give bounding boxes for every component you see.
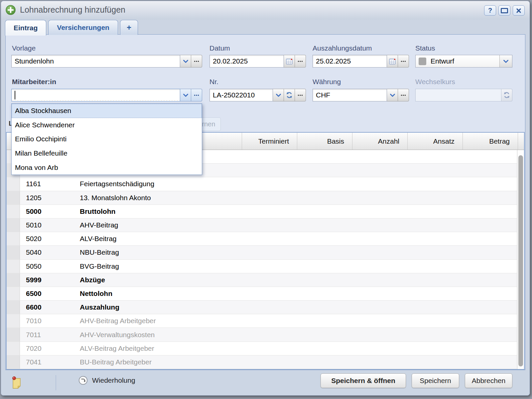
- header-anzahl[interactable]: Anzahl: [352, 133, 407, 150]
- table-row[interactable]: 120513. Monatslohn Akonto: [7, 191, 517, 205]
- auszahlungsdatum-calendar-button[interactable]: [387, 55, 398, 67]
- datum-calendar-button[interactable]: [284, 55, 295, 67]
- vorlage-label: Vorlage: [12, 44, 36, 52]
- row-description: 7020ALV-Beitrag Arbeitgeber: [20, 342, 517, 355]
- row-description: 5050BVG-Beitrag: [20, 260, 517, 273]
- table-row[interactable]: 1161Feiertagsentschädigung: [7, 177, 517, 191]
- maximize-icon: [501, 8, 508, 13]
- vorlage-combobox: Stundenlohn: [11, 55, 202, 67]
- table-row[interactable]: 5010AHV-Beitrag: [7, 218, 517, 232]
- auszahlungsdatum-field: 25.02.2025: [313, 55, 409, 67]
- datum-field: 20.02.2025: [209, 55, 306, 67]
- row-gutter: [7, 287, 20, 300]
- wechselkurs-label: Wechselkurs: [415, 78, 455, 86]
- table-row[interactable]: 5020ALV-Beitrag: [7, 232, 517, 246]
- status-select[interactable]: Entwurf: [415, 55, 512, 67]
- nr-label: Nr.: [209, 78, 218, 86]
- table-row[interactable]: 7010AHV-Beitrag Arbeitgeber: [7, 314, 517, 328]
- mitarbeiter-dropdown-button[interactable]: [180, 89, 191, 101]
- waehrung-label: Währung: [313, 78, 341, 86]
- save-button[interactable]: Speichern: [412, 373, 459, 388]
- header-basis[interactable]: Basis: [297, 133, 352, 150]
- waehrung-dropdown-button[interactable]: [387, 89, 398, 101]
- datum-input[interactable]: 20.02.2025: [209, 55, 284, 67]
- wiederholung-label[interactable]: Wiederholung: [92, 376, 135, 384]
- wechselkurs-field: [415, 89, 512, 101]
- mitarbeiter-more-button[interactable]: [191, 89, 202, 101]
- table-row[interactable]: 6500Nettolohn: [7, 287, 517, 301]
- row-gutter: [7, 328, 20, 341]
- vorlage-dropdown-button[interactable]: [180, 55, 191, 67]
- table-row[interactable]: 7041BU-Beitrag Arbeitgeber: [7, 355, 517, 369]
- ellipsis-icon: [298, 61, 303, 62]
- row-description: 5040NBU-Beitrag: [20, 246, 517, 259]
- entry-panel: Vorlage Datum Auszahlungsdatum Status St…: [5, 34, 525, 370]
- auszahlungsdatum-more-button[interactable]: [398, 55, 409, 67]
- chevron-down-icon: [183, 60, 189, 63]
- tab-eintrag[interactable]: Eintrag: [5, 20, 46, 36]
- waehrung-input[interactable]: CHF: [313, 89, 387, 101]
- dropdown-option[interactable]: Alice Schwendener: [12, 118, 202, 132]
- auszahlungsdatum-input[interactable]: 25.02.2025: [313, 55, 387, 67]
- row-description: 7041BU-Beitrag Arbeitgeber: [20, 355, 517, 369]
- nr-more-button[interactable]: [295, 89, 306, 101]
- table-row[interactable]: 5050BVG-Beitrag: [7, 260, 517, 273]
- table-row[interactable]: 5999Abzüge: [7, 273, 517, 287]
- save-and-open-button[interactable]: Speichern & öffnen: [321, 373, 406, 388]
- status-label: Status: [415, 44, 435, 52]
- table-row[interactable]: 7020ALV-Beitrag Arbeitgeber: [7, 342, 517, 355]
- datum-more-button[interactable]: [295, 55, 306, 67]
- tab-versicherungen[interactable]: Versicherungen: [48, 20, 118, 35]
- close-button[interactable]: [513, 5, 525, 16]
- refresh-icon: [503, 91, 510, 99]
- dropdown-option[interactable]: Milan Bellefeuille: [12, 146, 202, 161]
- maximize-button[interactable]: [498, 5, 510, 16]
- header-ansatz[interactable]: Ansatz: [407, 133, 463, 150]
- dropdown-option[interactable]: Emilio Occhipinti: [12, 132, 202, 146]
- waehrung-more-button[interactable]: [398, 89, 409, 101]
- scrollbar-thumb[interactable]: [518, 155, 523, 366]
- nr-refresh-button[interactable]: [284, 89, 295, 101]
- table-row[interactable]: 7011AHV-Verwaltungskosten: [7, 328, 517, 341]
- dropdown-option[interactable]: Alba Stockhausen: [12, 104, 202, 118]
- nr-input[interactable]: LA-25022010: [209, 89, 273, 101]
- header-betrag[interactable]: Betrag: [463, 133, 518, 150]
- tab-bar: Eintrag Versicherungen +: [5, 20, 138, 36]
- row-description: 5000Bruttolohn: [20, 205, 517, 218]
- vorlage-input[interactable]: Stundenlohn: [11, 55, 180, 67]
- row-gutter: [7, 232, 20, 245]
- auszahlungsdatum-label: Auszahlungsdatum: [313, 44, 372, 52]
- vorlage-more-button[interactable]: [191, 55, 202, 67]
- footer-bar: Wiederholung Speichern & öffnen Speicher…: [1, 370, 530, 395]
- mitarbeiter-combobox: [11, 89, 202, 101]
- waehrung-combobox: CHF: [313, 89, 409, 101]
- row-description: 6600Auszahlung: [20, 301, 517, 314]
- mitarbeiter-label: Mitarbeiter:in: [12, 78, 56, 86]
- validation-zigzag: [12, 99, 179, 101]
- table-row[interactable]: 6600Auszahlung: [7, 301, 517, 314]
- repeat-icon[interactable]: [78, 375, 88, 385]
- tab-add[interactable]: +: [120, 20, 138, 35]
- cancel-button[interactable]: Abbrechen: [465, 373, 512, 388]
- table-row[interactable]: 5040NBU-Beitrag: [7, 246, 517, 259]
- lohnarten-rows: Ferienentschädigung1161Feiertagsentschäd…: [7, 150, 517, 369]
- status-color-badge: [419, 58, 426, 65]
- datum-label: Datum: [209, 44, 230, 52]
- row-gutter: [7, 246, 20, 259]
- chevron-down-icon: [276, 93, 281, 97]
- chevron-down-icon: [503, 60, 509, 63]
- ellipsis-icon: [194, 61, 199, 62]
- header-terminiert[interactable]: Terminiert: [242, 133, 297, 150]
- dropdown-option[interactable]: Mona von Arb: [12, 160, 202, 175]
- mitarbeiter-input[interactable]: [11, 89, 180, 101]
- scrollbar-track[interactable]: [517, 150, 524, 369]
- nr-dropdown-button[interactable]: [273, 89, 284, 101]
- chevron-down-icon: [390, 93, 395, 97]
- add-plus-icon: [5, 5, 16, 15]
- plus-icon: +: [127, 23, 131, 32]
- help-button[interactable]: ?: [484, 5, 496, 16]
- row-description: 5010AHV-Beitrag: [20, 218, 517, 232]
- note-button[interactable]: [11, 376, 22, 391]
- table-row[interactable]: 5000Bruttolohn: [7, 205, 517, 218]
- status-dropdown-button[interactable]: [499, 55, 512, 67]
